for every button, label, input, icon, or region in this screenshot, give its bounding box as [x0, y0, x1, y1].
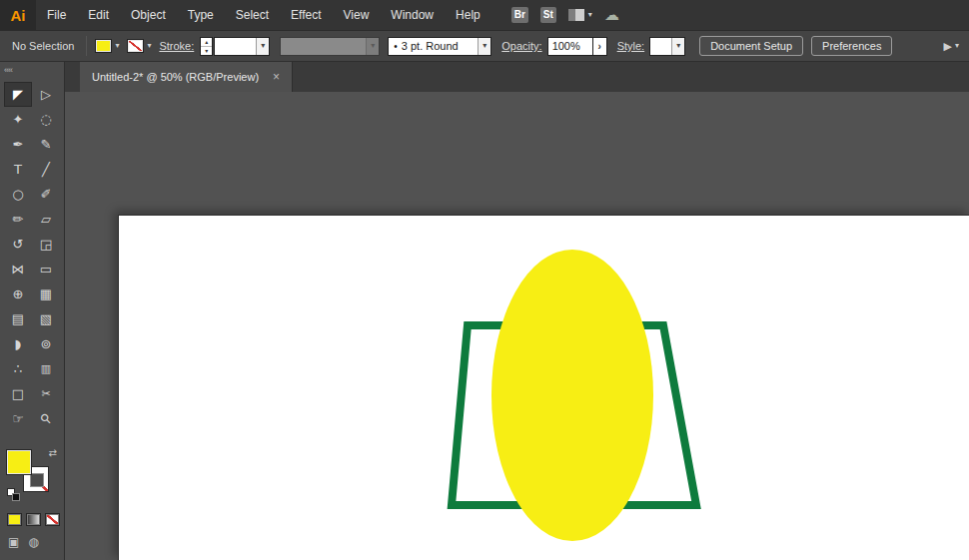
tools-panel: «« ◤ ▷ ✦ ◌ ✒ ✎ T ╱ ○ ✐ ✏ ▱ ↺ ◲ ⋈ ▭ ⊕ ▦ ▤… [0, 62, 65, 560]
style-label[interactable]: Style: [617, 40, 645, 52]
free-transform-tool-icon: ▭ [40, 263, 52, 276]
none-button[interactable] [45, 513, 60, 526]
control-bar-options[interactable]: ▶ ▾ [944, 40, 959, 53]
panel-collapse-button[interactable]: «« [0, 62, 64, 78]
curvature-tool-icon: ✎ [41, 138, 52, 151]
color-mode-buttons [7, 513, 64, 526]
opacity-input[interactable]: 100% [547, 37, 593, 56]
paintbrush-tool[interactable]: ✐ [32, 182, 60, 207]
symbol-sprayer-tool[interactable]: ∴ [4, 356, 32, 381]
selection-tool[interactable]: ◤ [4, 82, 32, 107]
hand-tool[interactable]: ☞ [4, 406, 32, 431]
draw-mode-icon[interactable]: ◍ [28, 535, 38, 549]
canvas-area[interactable] [65, 92, 969, 560]
artboard-tool[interactable]: □ [4, 381, 32, 406]
preferences-button[interactable]: Preferences [811, 36, 892, 56]
line-segment-tool[interactable]: ╱ [32, 157, 60, 182]
gradient-tool-icon: ▧ [40, 312, 52, 325]
zoom-tool[interactable]: ⚲ [32, 406, 60, 431]
close-icon[interactable]: × [273, 71, 280, 83]
menu-select[interactable]: Select [225, 0, 280, 30]
menu-object[interactable]: Object [120, 0, 177, 30]
fill-color-control[interactable]: ▾ [95, 39, 119, 53]
shape-builder-tool[interactable]: ⊕ [4, 281, 32, 306]
blend-tool-icon: ⊚ [41, 337, 52, 350]
fill-swatch[interactable] [95, 39, 112, 53]
gradient-button[interactable] [26, 513, 41, 526]
menu-effect[interactable]: Effect [280, 0, 332, 30]
screen-mode-icon[interactable]: ▣ [8, 535, 19, 549]
document-tab[interactable]: Untitled-2* @ 50% (RGB/Preview) × [80, 62, 293, 92]
stroke-color-control[interactable]: ▾ [127, 39, 151, 53]
type-tool-icon: T [14, 163, 22, 176]
caret-down-icon: ▾ [366, 38, 379, 55]
eyedropper-tool[interactable]: ◗ [4, 331, 32, 356]
stroke-label[interactable]: Stroke: [159, 40, 194, 52]
caret-down-icon: ▾ [115, 42, 119, 50]
stroke-weight-select[interactable]: ▾ [214, 37, 270, 56]
stepper-up-icon[interactable]: ▴ [201, 38, 212, 46]
slice-tool[interactable]: ✂ [32, 381, 60, 406]
hand-tool-icon: ☞ [12, 412, 24, 425]
workspace-layout-icon [568, 9, 584, 21]
sync-status-icon[interactable]: ☁ [604, 6, 619, 24]
swap-fill-stroke-icon[interactable]: ⇄ [49, 447, 57, 458]
menu-window[interactable]: Window [380, 0, 445, 30]
style-select[interactable]: ▾ [649, 37, 685, 56]
caret-down-icon[interactable]: ▾ [478, 38, 490, 55]
bridge-button[interactable]: Br [511, 7, 528, 23]
type-tool[interactable]: T [4, 157, 32, 182]
column-graph-tool[interactable]: ▥ [32, 356, 60, 381]
stepper-down-icon[interactable]: ▾ [201, 46, 212, 55]
collapse-icon: «« [4, 65, 12, 75]
rotate-tool[interactable]: ↺ [4, 232, 32, 257]
document-setup-button[interactable]: Document Setup [699, 36, 803, 56]
stroke-none-swatch[interactable] [127, 39, 144, 53]
gradient-tool[interactable]: ▧ [32, 306, 60, 331]
direct-selection-tool[interactable]: ▷ [32, 82, 60, 107]
eyedropper-tool-icon: ◗ [15, 337, 22, 350]
pencil-tool-icon: ✏ [13, 213, 24, 226]
stroke-weight-stepper[interactable]: ▴ ▾ [200, 37, 213, 56]
menu-view[interactable]: View [333, 0, 381, 30]
width-tool[interactable]: ⋈ [4, 257, 32, 281]
tab-bar: Untitled-2* @ 50% (RGB/Preview) × [65, 62, 969, 92]
artboard-tool-icon: □ [12, 387, 24, 400]
menu-edit[interactable]: Edit [77, 0, 120, 30]
default-fill-stroke-icon[interactable] [7, 488, 23, 503]
menu-bar: Ai File Edit Object Type Select Effect V… [0, 0, 969, 30]
menubar-right-cluster: Br St ▾ ☁ [511, 6, 619, 24]
opacity-label[interactable]: Opacity: [501, 40, 541, 52]
caret-down-icon[interactable]: ▾ [671, 38, 684, 55]
tab-title: Untitled-2* @ 50% (RGB/Preview) [92, 71, 259, 83]
scale-tool-icon: ◲ [40, 238, 52, 251]
color-button[interactable] [7, 513, 22, 526]
scale-tool[interactable]: ◲ [32, 232, 60, 257]
menu-help[interactable]: Help [445, 0, 491, 30]
workspace-switcher[interactable]: ▾ [568, 9, 592, 21]
stock-button[interactable]: St [540, 7, 556, 23]
free-transform-tool[interactable]: ▭ [32, 257, 60, 281]
eraser-tool[interactable]: ▱ [32, 207, 60, 232]
lasso-tool-icon: ◌ [40, 113, 51, 126]
ellipse-tool[interactable]: ○ [4, 182, 32, 207]
lasso-tool[interactable]: ◌ [32, 107, 60, 132]
magic-wand-tool[interactable]: ✦ [4, 107, 32, 132]
curvature-tool[interactable]: ✎ [32, 132, 60, 157]
fill-color-box[interactable] [6, 449, 32, 475]
caret-down-icon[interactable]: ▾ [256, 38, 269, 55]
tool-grid: ◤ ▷ ✦ ◌ ✒ ✎ T ╱ ○ ✐ ✏ ▱ ↺ ◲ ⋈ ▭ ⊕ ▦ ▤ ▧ … [0, 82, 64, 431]
pencil-tool[interactable]: ✏ [4, 207, 32, 232]
ai-logo-text: Ai [11, 7, 26, 24]
artboard[interactable] [119, 216, 969, 560]
perspective-grid-tool[interactable]: ▦ [32, 281, 60, 306]
blend-tool[interactable]: ⊚ [32, 331, 60, 356]
opacity-panel-chevron-icon[interactable]: › [593, 37, 607, 56]
fill-stroke-control: ⇄ [6, 447, 60, 503]
menu-file[interactable]: File [36, 0, 77, 30]
pen-tool[interactable]: ✒ [4, 132, 32, 157]
selection-tool-icon: ◤ [13, 88, 23, 101]
mesh-tool[interactable]: ▤ [4, 306, 32, 331]
menu-type[interactable]: Type [177, 0, 225, 30]
brush-definition-select[interactable]: • 3 pt. Round ▾ [388, 37, 491, 56]
